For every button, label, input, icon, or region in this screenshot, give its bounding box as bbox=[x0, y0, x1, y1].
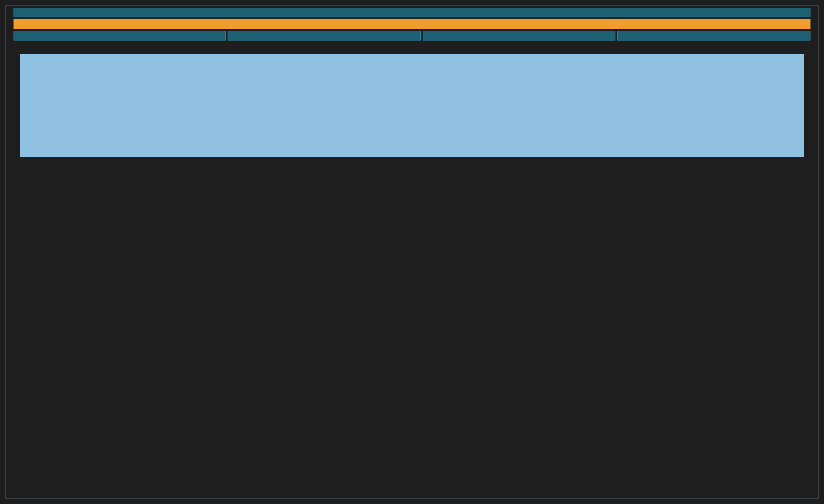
optical-flow-accelerator-bar bbox=[13, 31, 226, 40]
nvdec-bar bbox=[617, 31, 811, 40]
gigathread-engine-bar bbox=[13, 19, 811, 29]
memory-controllers-left bbox=[8, 50, 17, 495]
encoder-row bbox=[13, 31, 811, 40]
gpu-die-outline bbox=[5, 5, 819, 499]
nvenc-bar-2 bbox=[423, 31, 616, 40]
pci-host-interface-bar bbox=[13, 8, 811, 17]
nvenc-bar-1 bbox=[227, 31, 421, 40]
l2-cache bbox=[20, 54, 804, 157]
main-area bbox=[20, 49, 804, 495]
memory-controllers-right bbox=[807, 50, 816, 495]
top-bars bbox=[6, 6, 818, 40]
